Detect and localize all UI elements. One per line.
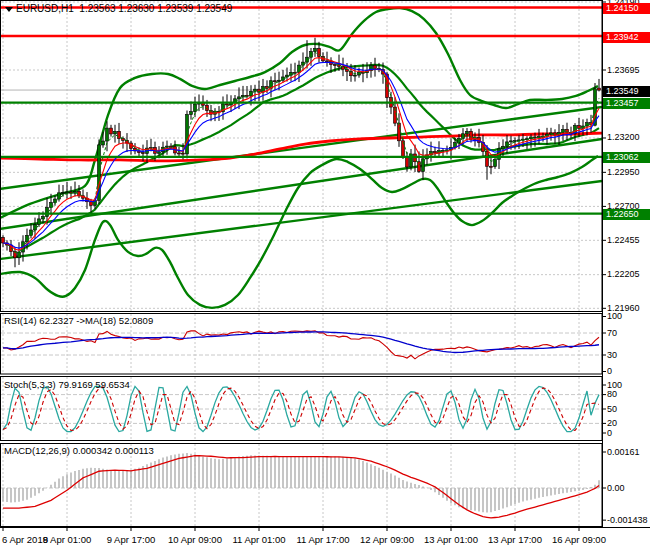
chart-window: EURUSD,H1 1.23563 1.23630 1.23539 1.2354… — [0, 0, 650, 550]
main-chart-plot[interactable] — [0, 0, 602, 312]
rsi-panel-plot[interactable] — [0, 313, 602, 374]
time-axis[interactable] — [0, 527, 650, 550]
price-axis[interactable] — [602, 0, 650, 527]
macd-panel-plot[interactable] — [0, 443, 602, 527]
stoch-panel-plot[interactable] — [0, 376, 602, 441]
